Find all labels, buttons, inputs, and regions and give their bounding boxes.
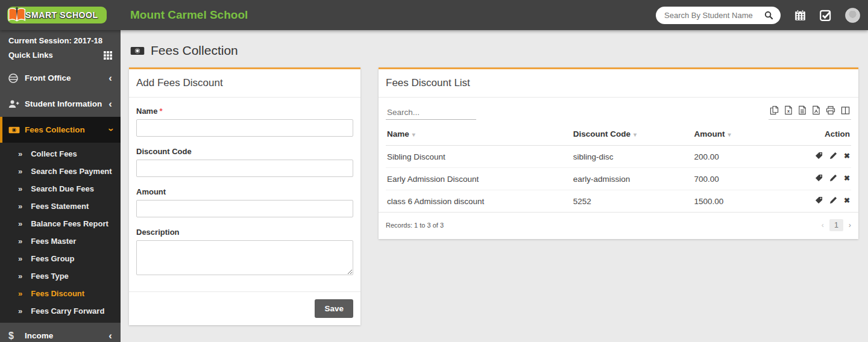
- amount-input[interactable]: [136, 200, 353, 217]
- sidebar: Current Session: 2017-18 Quick Links Fro…: [0, 30, 121, 342]
- session-block: Current Session: 2017-18 Quick Links: [0, 30, 121, 65]
- double-angle-icon: »: [18, 219, 22, 228]
- book-logo-icon: [7, 5, 27, 25]
- tasks-check-icon[interactable]: [820, 10, 831, 21]
- chevron-left-icon: ‹: [108, 99, 112, 109]
- edit-pencil-icon[interactable]: [829, 152, 837, 160]
- app-logo[interactable]: SMART SCHOOL: [0, 0, 121, 30]
- name-label: Name*: [136, 107, 353, 116]
- sidebar-subitem-fees-group[interactable]: » Fees Group: [0, 250, 121, 267]
- sidebar-subitem-collect-fees[interactable]: » Collect Fees: [0, 145, 121, 163]
- sidebar-item-label: Fees Collection: [25, 125, 108, 134]
- money-icon: [8, 126, 25, 134]
- sidebar-subitem-search-due-fees[interactable]: » Search Due Fees: [0, 180, 121, 197]
- table-row: Sibling Discount sibling-disc 200.00 ✖: [386, 146, 851, 168]
- edit-pencil-icon[interactable]: [829, 196, 837, 204]
- copy-icon[interactable]: [770, 105, 779, 115]
- delete-x-icon[interactable]: ✖: [844, 197, 850, 204]
- cell-discount-code: early-admission: [572, 168, 693, 190]
- list-footer: Records: 1 to 3 of 3 ‹ 1 ›: [379, 212, 858, 239]
- double-angle-icon: »: [18, 289, 22, 298]
- export-toolbar: x: [769, 105, 851, 120]
- quick-links[interactable]: Quick Links: [8, 51, 112, 60]
- sidebar-item-income[interactable]: $ Income ‹: [0, 323, 121, 342]
- description-label: Description: [136, 228, 353, 237]
- sort-caret-icon: ▾: [634, 131, 637, 138]
- double-angle-icon: »: [18, 184, 22, 193]
- assign-tag-icon[interactable]: [815, 152, 823, 160]
- chevron-left-icon: ‹: [108, 73, 112, 83]
- amount-label: Amount: [136, 187, 353, 196]
- cell-name: class 6 Admission discount: [386, 190, 572, 213]
- double-angle-icon: »: [18, 306, 22, 316]
- columns-icon[interactable]: [841, 106, 850, 115]
- school-name: Mount Carmel School: [130, 8, 248, 22]
- page-prev-button[interactable]: ‹: [822, 221, 824, 229]
- column-header-name[interactable]: Name▾: [386, 123, 572, 146]
- sidebar-subitem-search-fees-payment[interactable]: » Search Fees Payment: [0, 163, 121, 180]
- sidebar-subitem-balance-fees-report[interactable]: » Balance Fees Report: [0, 215, 121, 232]
- sidebar-subitem-fees-master[interactable]: » Fees Master: [0, 232, 121, 250]
- edit-pencil-icon[interactable]: [829, 174, 837, 182]
- double-angle-icon: »: [18, 167, 22, 176]
- delete-x-icon[interactable]: ✖: [844, 175, 850, 182]
- subitem-label: Collect Fees: [31, 149, 77, 158]
- cell-amount: 700.00: [693, 168, 810, 190]
- table-search-input[interactable]: [386, 105, 476, 120]
- pagination: ‹ 1 ›: [822, 219, 851, 231]
- subitem-label: Fees Type: [31, 272, 69, 281]
- sidebar-item-label: Income: [25, 331, 108, 340]
- grid-icon[interactable]: [104, 51, 112, 60]
- sort-caret-icon: ▾: [412, 131, 415, 138]
- subitem-label: Search Due Fees: [31, 184, 94, 193]
- fees-collection-submenu: » Collect Fees » Search Fees Payment » S…: [0, 143, 121, 323]
- delete-x-icon[interactable]: ✖: [844, 152, 850, 160]
- assign-tag-icon[interactable]: [815, 174, 823, 182]
- page-title: Fees Collection: [130, 43, 858, 58]
- sidebar-subitem-fees-statement[interactable]: » Fees Statement: [0, 197, 121, 215]
- subitem-label: Balance Fees Report: [31, 219, 108, 228]
- money-icon: [130, 46, 145, 55]
- topbar: SMART SCHOOL Mount Carmel School: [0, 0, 868, 30]
- double-angle-icon: »: [18, 272, 22, 281]
- subitem-label: Search Fees Payment: [31, 167, 112, 176]
- sidebar-item-label: Front Office: [25, 73, 108, 82]
- description-textarea[interactable]: [136, 240, 353, 275]
- student-search-input[interactable]: [663, 10, 761, 20]
- list-toolbar: x: [379, 98, 858, 120]
- front-office-icon: [8, 73, 25, 83]
- fees-discount-list-card: Fees Discount List x: [379, 67, 858, 239]
- sidebar-subitem-fees-discount[interactable]: » Fees Discount: [0, 285, 121, 302]
- page-next-button[interactable]: ›: [849, 221, 851, 229]
- sidebar-item-fees-collection[interactable]: Fees Collection ‹: [0, 117, 121, 143]
- chevron-down-icon: ‹: [105, 128, 116, 132]
- assign-tag-icon[interactable]: [815, 196, 823, 204]
- column-header-discount-code[interactable]: Discount Code▾: [572, 123, 693, 146]
- user-plus-icon: [8, 100, 25, 108]
- column-header-amount[interactable]: Amount▾: [693, 123, 810, 146]
- discount-code-input[interactable]: [136, 160, 353, 177]
- sidebar-subitem-fees-carry-forward[interactable]: » Fees Carry Forward: [0, 302, 121, 320]
- double-angle-icon: »: [18, 202, 22, 211]
- search-icon[interactable]: [764, 11, 773, 20]
- main-content: Fees Collection Add Fees Discount Name* …: [121, 30, 868, 325]
- sidebar-item-front-office[interactable]: Front Office ‹: [0, 65, 121, 91]
- excel-icon[interactable]: x: [784, 105, 793, 115]
- page-title-text: Fees Collection: [151, 43, 238, 58]
- pdf-icon[interactable]: [812, 105, 820, 115]
- name-input[interactable]: [136, 119, 353, 137]
- sort-caret-icon: ▾: [728, 131, 731, 138]
- csv-icon[interactable]: [798, 105, 807, 115]
- cell-name: Early Admission Discount: [386, 168, 572, 190]
- print-icon[interactable]: [826, 105, 835, 115]
- calendar-icon[interactable]: [794, 10, 806, 21]
- subitem-label: Fees Group: [31, 254, 74, 263]
- sidebar-item-student-information[interactable]: Student Information ‹: [0, 91, 121, 117]
- subitem-label: Fees Discount: [31, 289, 84, 298]
- save-button[interactable]: Save: [315, 299, 353, 318]
- fees-discount-table: Name▾ Discount Code▾ Amount▾ Action: [386, 123, 851, 212]
- user-avatar[interactable]: [845, 8, 860, 23]
- page-number-button[interactable]: 1: [829, 219, 843, 231]
- sidebar-subitem-fees-type[interactable]: » Fees Type: [0, 267, 121, 285]
- student-search[interactable]: [656, 7, 781, 24]
